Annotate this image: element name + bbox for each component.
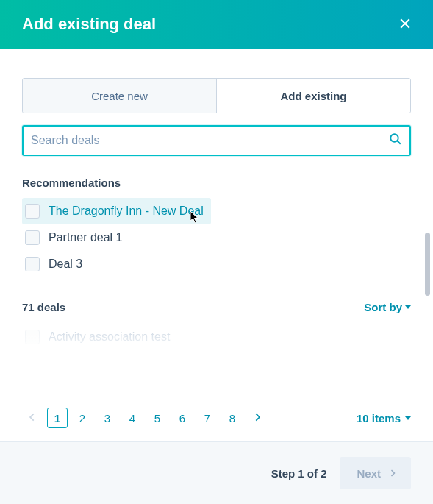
next-button[interactable]: Next: [340, 457, 411, 489]
close-icon: [398, 16, 412, 33]
deals-list-peek: Activity association test: [22, 330, 411, 359]
items-per-page-label: 10 items: [357, 412, 401, 425]
dialog-header: Add existing deal: [0, 0, 433, 49]
sort-by-label: Sort by: [364, 301, 402, 313]
tab-create-new[interactable]: Create new: [23, 79, 217, 113]
recommendations-heading: Recommendations: [22, 177, 411, 189]
recommendations-list: The Dragonfly Inn - New Deal Partner dea…: [22, 198, 411, 277]
chevron-left-icon: [27, 412, 37, 425]
recommendation-item[interactable]: Deal 3: [22, 251, 411, 277]
caret-down-icon: [405, 416, 411, 420]
items-per-page-dropdown[interactable]: 10 items: [357, 412, 411, 425]
dialog-footer: Step 1 of 2 Next: [0, 441, 433, 504]
sort-by-dropdown[interactable]: Sort by: [364, 301, 411, 313]
search-input[interactable]: [22, 125, 411, 156]
chevron-right-icon: [252, 412, 262, 425]
svg-point-0: [390, 134, 398, 142]
checkbox[interactable]: [25, 330, 40, 344]
tab-add-existing[interactable]: Add existing: [217, 79, 410, 113]
search-field-wrap: [22, 125, 411, 156]
checkbox[interactable]: [25, 204, 40, 219]
next-button-label: Next: [357, 467, 381, 480]
recommendation-label: Deal 3: [49, 258, 82, 271]
scrollbar-thumb[interactable]: [425, 233, 430, 296]
deal-label: Activity association test: [49, 330, 170, 344]
pager-page-button[interactable]: 3: [97, 408, 118, 428]
pager-page-button[interactable]: 5: [147, 408, 168, 428]
recommendation-label: Partner deal 1: [49, 231, 123, 244]
pager-page-button[interactable]: 8: [222, 408, 243, 428]
recommendation-item[interactable]: The Dragonfly Inn - New Deal: [22, 198, 211, 224]
step-indicator: Step 1 of 2: [271, 467, 327, 480]
dialog-title: Add existing deal: [22, 15, 156, 34]
pagination: 1 2 3 4 5 6 7 8: [22, 408, 268, 428]
pager-page-button[interactable]: 7: [197, 408, 218, 428]
tab-group: Create new Add existing: [22, 78, 411, 113]
search-icon: [389, 132, 402, 149]
deal-item[interactable]: Activity association test: [22, 330, 411, 344]
pager-next-button[interactable]: [247, 408, 268, 428]
recommendation-label: The Dragonfly Inn - New Deal: [49, 205, 204, 218]
pager-page-button[interactable]: 4: [122, 408, 143, 428]
caret-down-icon: [405, 305, 411, 309]
pager-prev-button[interactable]: [22, 408, 43, 428]
deals-count-label: 71 deals: [22, 301, 65, 313]
chevron-right-icon: [388, 467, 397, 480]
pager-page-button[interactable]: 2: [72, 408, 93, 428]
recommendation-item[interactable]: Partner deal 1: [22, 224, 411, 251]
pager-page-button[interactable]: 1: [47, 408, 68, 428]
close-button[interactable]: [395, 14, 415, 35]
pager-page-button[interactable]: 6: [172, 408, 193, 428]
dialog-body: Create new Add existing Recommendations …: [0, 49, 433, 441]
checkbox[interactable]: [25, 230, 40, 245]
deals-header-row: 71 deals Sort by: [22, 301, 411, 313]
pagination-row: 1 2 3 4 5 6 7 8 10 items: [22, 408, 411, 428]
add-existing-deal-dialog: Add existing deal Create new Add existin…: [0, 0, 433, 504]
checkbox[interactable]: [25, 257, 40, 271]
